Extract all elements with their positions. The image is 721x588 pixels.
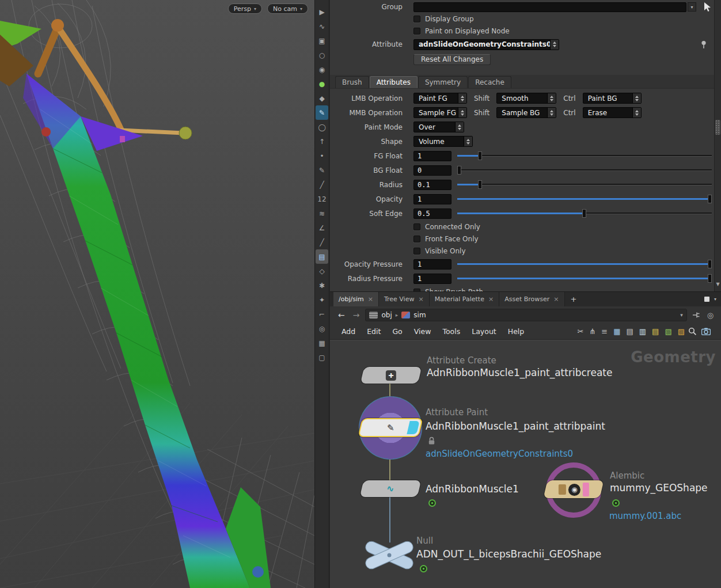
sculpt-icon[interactable]: ≋ <box>316 206 328 221</box>
spinner-icon[interactable] <box>458 108 466 117</box>
pane-tab-tree-view[interactable]: Tree View× <box>379 292 430 306</box>
spinner-icon[interactable] <box>455 122 464 132</box>
viewport-3d[interactable]: Persp ▾ No cam ▾ <box>0 0 314 588</box>
new-tab-button[interactable]: + <box>565 292 583 306</box>
spinner-icon[interactable] <box>632 93 641 103</box>
node-null-output[interactable] <box>362 541 416 570</box>
tab-close-icon[interactable]: × <box>418 295 423 303</box>
node-ribbon-muscle[interactable]: ∿ <box>360 480 422 497</box>
tab-close-icon[interactable]: × <box>553 295 559 303</box>
camera-select-button[interactable]: No cam ▾ <box>267 3 308 14</box>
pen-icon[interactable]: ╱ <box>316 177 328 192</box>
radius-slider[interactable] <box>457 180 712 189</box>
menu-layout[interactable]: Layout <box>466 327 502 336</box>
sticky-note-icon[interactable]: ▤ <box>652 327 659 336</box>
opacity-pressure-slider[interactable] <box>457 260 712 268</box>
display-flag-badge[interactable] <box>420 565 427 572</box>
lmb-ctrl-select[interactable]: Paint BG <box>583 93 642 104</box>
connected-only-checkbox[interactable] <box>413 223 420 230</box>
radius-pressure-input[interactable] <box>413 274 451 284</box>
diamond-icon[interactable]: ◇ <box>316 264 328 278</box>
target-icon[interactable]: ◎ <box>316 321 328 336</box>
breadcrumb-sim[interactable]: sim <box>413 311 426 319</box>
ring-tool-icon[interactable]: ◯ <box>316 120 328 134</box>
paint-tool-icon[interactable]: ✎ <box>316 105 328 120</box>
node-name-label[interactable]: AdnRibbonMuscle1_paint_attribcreate <box>427 367 612 378</box>
back-icon[interactable]: ← <box>336 310 347 320</box>
search-icon[interactable] <box>688 327 697 336</box>
display-group-checkbox[interactable] <box>413 16 420 22</box>
laser-pointer-icon[interactable]: ● <box>316 77 328 91</box>
pane-split-icon[interactable] <box>704 297 709 302</box>
node-name-label[interactable]: AdnRibbonMuscle1_paint_attribpaint <box>426 420 605 432</box>
spinner-icon[interactable] <box>547 108 556 117</box>
color-swatch-icon[interactable]: ▧ <box>665 327 671 336</box>
point-icon[interactable]: • <box>316 149 328 163</box>
lasso-select-icon[interactable]: ∿ <box>316 19 328 33</box>
path-field[interactable]: obj ▸ sim ▾ <box>365 309 686 321</box>
light-panel-icon[interactable]: ▢ <box>316 350 328 365</box>
spinner-icon[interactable] <box>550 40 559 50</box>
pane-tab-obj-sim[interactable]: /obj/sim× <box>333 292 379 306</box>
lmb-primary-select[interactable]: Paint FG <box>413 93 467 104</box>
scroll-down-icon[interactable]: ▼ <box>715 282 721 287</box>
group-input[interactable] <box>413 2 686 12</box>
forward-icon[interactable]: → <box>351 310 362 320</box>
opacity-slider[interactable] <box>457 195 712 203</box>
soft-edge-slider[interactable] <box>457 209 712 218</box>
group-menu-icon[interactable]: ▾ <box>688 2 696 12</box>
tab-symmetry[interactable]: Symmetry <box>418 76 468 88</box>
figure-icon[interactable]: ◆ <box>316 91 328 105</box>
node-name-label[interactable]: AdnRibbonMuscle1 <box>426 483 519 495</box>
breadcrumb-obj[interactable]: obj <box>381 311 392 319</box>
shelf-icon[interactable]: ▨ <box>678 327 685 336</box>
fg-float-slider[interactable] <box>457 151 712 160</box>
pane-tab-asset-browser[interactable]: Asset Browser× <box>499 292 564 306</box>
tree-view-icon[interactable]: ⋔ <box>589 327 595 336</box>
opacity-pressure-input[interactable] <box>413 259 451 270</box>
lmb-shift-select[interactable]: Smooth <box>496 93 556 104</box>
display-flag-badge[interactable] <box>612 499 620 507</box>
tab-brush[interactable]: Brush <box>335 76 369 88</box>
menu-add[interactable]: Add <box>336 327 361 336</box>
angle-ruler-icon[interactable]: ∠ <box>316 221 328 235</box>
reset-all-changes-button[interactable]: Reset All Changes <box>413 54 491 65</box>
mmb-shift-select[interactable]: Sample BG <box>496 107 556 118</box>
spinner-icon[interactable] <box>547 93 556 103</box>
image-plane-icon[interactable]: ▦ <box>316 336 328 350</box>
numbered-tool-icon[interactable]: 12 <box>316 192 328 206</box>
node-attribute-link[interactable]: adnSlideOnGeometryConstraints0 <box>426 449 573 459</box>
pane-tab-material-palette[interactable]: Material Palette× <box>430 292 500 306</box>
spinner-icon[interactable] <box>632 108 641 117</box>
radius-input[interactable] <box>413 180 451 190</box>
brush-icon[interactable]: ✎ <box>316 163 328 177</box>
front-face-only-checkbox[interactable] <box>413 236 420 242</box>
spinner-icon[interactable] <box>464 136 472 146</box>
mmb-ctrl-select[interactable]: Erase <box>583 107 642 118</box>
node-name-label[interactable]: ADN_OUT_L_bicepsBrachii_GEOShape <box>416 548 601 560</box>
sparkle-icon[interactable]: ✦ <box>316 293 328 307</box>
radius-pressure-slider[interactable] <box>457 274 712 283</box>
visible-only-checkbox[interactable] <box>413 248 420 255</box>
node-attribute-create[interactable]: ✚ <box>360 367 422 384</box>
pane-menu-icon[interactable]: ▾ <box>714 297 716 302</box>
tab-recache[interactable]: Recache <box>468 76 511 88</box>
alembic-file-link[interactable]: mummy.001.abc <box>609 511 681 521</box>
menu-edit[interactable]: Edit <box>361 327 386 336</box>
mmb-primary-select[interactable]: Sample FG <box>413 107 467 118</box>
screen-pane-icon[interactable]: ▥ <box>639 327 646 336</box>
shears-icon[interactable]: ✂ <box>578 327 584 336</box>
node-attribute-paint[interactable]: ✎ <box>358 418 423 437</box>
shape-select[interactable]: Volume <box>413 136 473 147</box>
network-editor[interactable]: Geometry ✚ Attribute Create AdnRibbonMus… <box>330 340 721 588</box>
path-menu-icon[interactable]: ▾ <box>680 312 683 318</box>
params-scrollbar[interactable]: ▼ <box>714 0 721 291</box>
tab-close-icon[interactable]: × <box>488 295 494 303</box>
select-group-arrow-icon[interactable] <box>704 2 712 12</box>
fg-float-input[interactable] <box>413 151 451 161</box>
node-wire[interactable] <box>389 496 390 543</box>
node-name-label[interactable]: mummy_GEOShape <box>610 482 708 494</box>
menu-tools[interactable]: Tools <box>437 327 466 336</box>
opacity-input[interactable] <box>413 194 451 204</box>
grid-view-icon[interactable]: ▦ <box>613 327 620 336</box>
